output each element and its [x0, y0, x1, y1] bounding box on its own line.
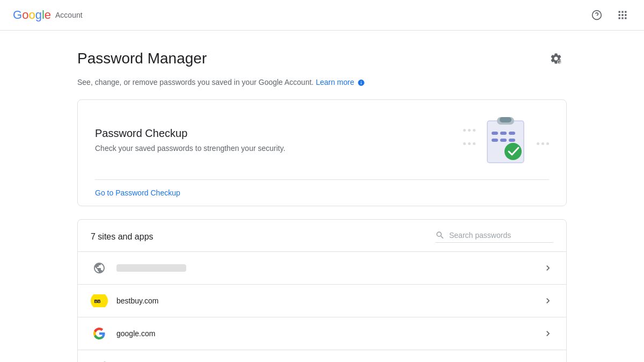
svg-rect-18 — [509, 132, 515, 135]
clipboard-illustration — [482, 113, 530, 166]
checkup-content: Password Checkup Check your saved passwo… — [95, 127, 286, 153]
logo-letter-o1: o — [22, 8, 28, 22]
blurred-name — [116, 264, 186, 272]
dots-left-mid — [463, 142, 475, 145]
checkup-card-body: Password Checkup Check your saved passwo… — [78, 100, 566, 179]
info-icon — [357, 79, 365, 86]
page-title: Password Manager — [77, 50, 207, 67]
site-icon-nike — [91, 358, 108, 362]
checkup-illustration — [463, 113, 549, 166]
apps-grid-icon — [617, 10, 628, 20]
checkup-card: Password Checkup Check your saved passwo… — [77, 99, 567, 206]
account-label: Account — [55, 11, 83, 19]
bestbuy-logo: BB — [91, 294, 108, 307]
password-item-3[interactable]: google.com — [78, 317, 566, 350]
chevron-right-icon-1 — [543, 263, 553, 273]
site-icon-google — [91, 325, 108, 342]
google-logo[interactable]: Google — [13, 8, 51, 22]
settings-button[interactable]: ⚙ — [545, 48, 567, 69]
svg-rect-6 — [621, 14, 623, 16]
password-item-4[interactable]: nike.com — [78, 350, 566, 362]
passwords-card: 7 sites and apps — [77, 219, 567, 362]
settings-gear-icon — [550, 52, 562, 65]
site-name-blurred — [116, 264, 543, 272]
globe-icon — [93, 262, 106, 274]
svg-rect-5 — [619, 14, 620, 16]
chevron-right-icon-3 — [543, 328, 553, 339]
site-name-google: google.com — [116, 329, 543, 338]
checkup-title: Password Checkup — [95, 127, 286, 140]
logo-letter-e: e — [45, 8, 51, 22]
svg-rect-19 — [492, 139, 498, 142]
header-right — [588, 6, 631, 24]
main-content: Password Manager ⚙ See, change, or remov… — [64, 31, 580, 362]
password-item-1[interactable] — [78, 251, 566, 284]
logo-letter-o2: o — [28, 8, 35, 22]
page-title-row: Password Manager ⚙ — [77, 48, 567, 69]
google-logo-icon — [93, 327, 106, 340]
dots-right — [537, 142, 549, 145]
svg-rect-2 — [619, 11, 620, 13]
list-header: 7 sites and apps — [78, 220, 566, 251]
svg-rect-9 — [621, 17, 623, 19]
svg-rect-3 — [621, 11, 623, 13]
svg-rect-10 — [625, 17, 626, 19]
checkup-link[interactable]: Go to Password Checkup — [95, 189, 180, 197]
svg-rect-17 — [500, 132, 507, 135]
search-icon — [435, 230, 445, 240]
search-input[interactable] — [449, 231, 546, 240]
nike-swoosh-icon — [91, 358, 108, 362]
svg-rect-21 — [509, 139, 515, 142]
help-circle-icon — [591, 10, 602, 20]
search-box[interactable] — [435, 230, 553, 243]
apps-button[interactable] — [614, 6, 631, 24]
logo-letter-g2: g — [35, 8, 42, 22]
logo-letter-g: G — [13, 8, 22, 22]
checkup-description: Check your saved passwords to strengthen… — [95, 144, 286, 153]
chevron-right-icon-2 — [543, 295, 553, 306]
checkup-link-row: Go to Password Checkup — [78, 180, 566, 206]
svg-rect-20 — [500, 139, 507, 142]
page-subtitle: See, change, or remove passwords you sav… — [77, 78, 567, 86]
header-left: Google Account — [13, 8, 83, 22]
site-name-bestbuy: bestbuy.com — [116, 296, 543, 305]
site-icon-globe — [91, 259, 108, 277]
password-item-2[interactable]: BB bestbuy.com — [78, 284, 566, 317]
svg-text:BB: BB — [94, 299, 100, 304]
svg-rect-8 — [619, 17, 620, 19]
svg-rect-16 — [492, 132, 498, 135]
svg-point-22 — [504, 143, 522, 160]
passwords-count-label: 7 sites and apps — [91, 232, 153, 242]
svg-rect-4 — [625, 11, 626, 13]
svg-rect-15 — [500, 117, 511, 122]
site-icon-bestbuy: BB — [91, 292, 108, 309]
dots-left-top — [463, 129, 475, 132]
help-button[interactable] — [588, 6, 605, 24]
learn-more-link[interactable]: Learn more — [316, 78, 354, 86]
svg-rect-7 — [625, 14, 626, 16]
header: Google Account — [0, 0, 644, 31]
